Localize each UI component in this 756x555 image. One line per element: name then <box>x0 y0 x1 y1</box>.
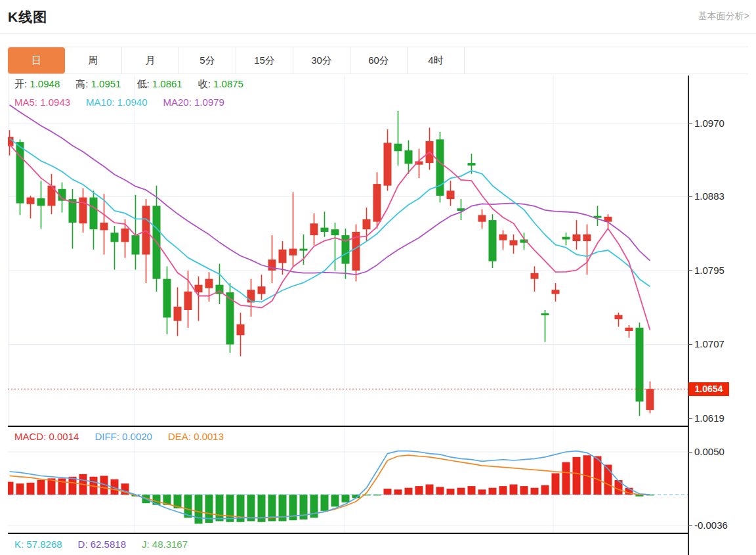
price-tick <box>688 270 692 271</box>
tab-60分[interactable]: 60分 <box>350 47 408 74</box>
macd-chart <box>8 427 688 533</box>
candle <box>373 172 381 229</box>
current-price-badge: 1.0654 <box>688 382 729 396</box>
macd-bar <box>573 457 581 495</box>
candle-body <box>583 234 591 241</box>
candle <box>321 211 329 236</box>
price-tick <box>688 418 692 419</box>
candle <box>268 235 276 283</box>
candle-body <box>373 184 381 222</box>
macd-bar <box>562 462 570 495</box>
candle <box>636 322 644 416</box>
kdj-legend: K: 57.8268D: 62.5818J: 48.3167 <box>14 539 203 550</box>
macd-bar <box>37 480 45 495</box>
macd-bar <box>615 480 623 495</box>
tab-30分[interactable]: 30分 <box>293 47 350 74</box>
candle-body <box>363 219 371 229</box>
macd-bar <box>415 486 423 495</box>
candle-body <box>405 150 413 164</box>
macd-bar <box>342 495 350 502</box>
candle <box>27 196 35 219</box>
candle <box>594 206 602 226</box>
candle <box>552 283 560 301</box>
macd-bar <box>510 484 518 495</box>
macd-bar <box>394 489 402 495</box>
candle <box>237 313 245 357</box>
candle-body <box>163 279 171 318</box>
ma20-line <box>10 105 650 275</box>
candle-body <box>436 139 444 196</box>
tab-4时[interactable]: 4时 <box>408 47 465 74</box>
macd-tick <box>688 525 692 526</box>
candle-body <box>615 315 623 319</box>
candle-body <box>174 307 182 321</box>
candle <box>310 213 318 246</box>
candle-body <box>132 235 140 254</box>
j-label: J: <box>142 539 152 550</box>
macd-bar <box>478 489 486 495</box>
tab-5分[interactable]: 5分 <box>179 47 236 74</box>
candle-body <box>562 237 570 240</box>
candle-body <box>90 198 98 230</box>
candle-body <box>510 240 518 246</box>
candle <box>163 266 171 334</box>
candle <box>625 325 633 338</box>
candle <box>499 230 507 249</box>
candle <box>541 310 549 342</box>
candle <box>489 214 497 268</box>
candle <box>258 275 266 300</box>
macd-bar <box>321 495 329 511</box>
kdj-top-border <box>8 533 688 534</box>
macd-bar <box>468 486 476 495</box>
macd-bar <box>436 487 444 495</box>
candle <box>394 111 402 166</box>
tab-日[interactable]: 日 <box>8 47 65 74</box>
macd-bar <box>457 488 465 495</box>
kdj-j: J: 48.3167 <box>142 539 188 550</box>
candle-body <box>468 163 476 166</box>
candle <box>174 287 182 336</box>
candle <box>447 181 455 206</box>
candle-body <box>531 273 539 279</box>
tab-月[interactable]: 月 <box>122 47 179 74</box>
tab-15分[interactable]: 15分 <box>236 47 293 74</box>
candle-body <box>258 286 266 294</box>
candle <box>58 183 66 213</box>
candle <box>69 189 77 249</box>
macd-tick <box>688 452 692 453</box>
candle <box>205 272 213 301</box>
candle <box>79 188 87 233</box>
candle-body <box>384 143 392 185</box>
k-label: K: <box>14 539 26 550</box>
k-value: 57.8268 <box>26 539 62 550</box>
macd-bar <box>499 486 507 495</box>
macd-bar <box>447 489 455 495</box>
fundamental-analysis-link[interactable]: 基本面分析> <box>698 11 749 22</box>
macd-bar <box>405 488 413 495</box>
macd-bar <box>153 495 161 505</box>
macd-bar <box>541 485 549 495</box>
page-title: K线图 <box>8 8 47 26</box>
candle-body <box>625 328 633 331</box>
candle-body <box>121 229 129 242</box>
candle-body <box>636 328 644 402</box>
candle <box>121 219 129 258</box>
candle <box>510 234 518 254</box>
macd-bar <box>520 486 528 495</box>
macd-tick-label: 0.0050 <box>694 446 724 457</box>
candle <box>531 266 539 291</box>
price-tick <box>688 196 692 197</box>
title-divider <box>0 33 756 33</box>
candle-body <box>16 142 24 203</box>
tab-周[interactable]: 周 <box>65 47 122 74</box>
kdj-d: D: 62.5818 <box>78 539 126 550</box>
candle-body <box>541 313 549 315</box>
ma5-line <box>10 144 650 330</box>
candle <box>289 192 297 267</box>
macd-bar <box>216 495 224 521</box>
price-tick-label: 1.0795 <box>694 265 724 276</box>
candle-body <box>289 249 297 255</box>
candle-body <box>184 292 192 310</box>
candle <box>457 199 465 220</box>
candle <box>195 277 203 321</box>
